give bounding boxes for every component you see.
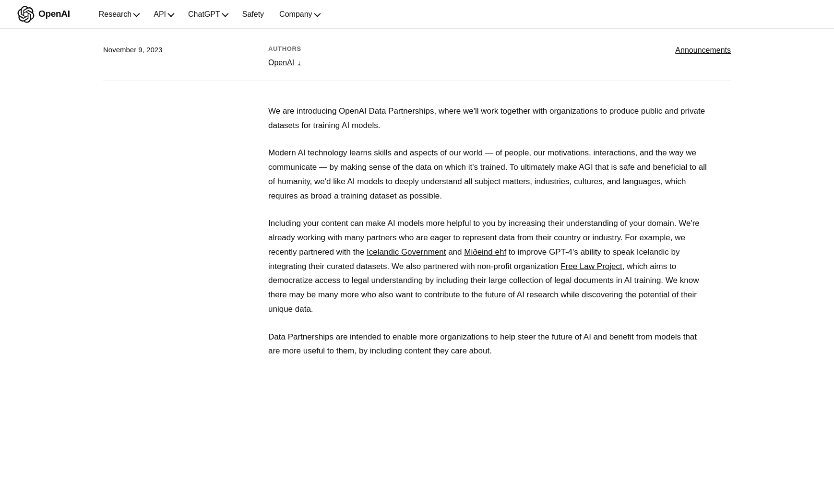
openai-logo-icon [17,6,35,23]
site-header: OpenAI Research API ChatGPT Safety Compa… [0,0,834,29]
api-chevron-icon [167,10,174,17]
authors-label: Authors [268,44,664,54]
nav-item-api[interactable]: API [148,4,179,24]
paragraph-4: Data Partnerships are intended to enable… [268,330,710,359]
author-name: OpenAI [268,57,294,69]
author-arrow-icon: ↓ [297,57,301,69]
nav-item-research[interactable]: Research [93,4,144,24]
paragraph-3: Including your content can make AI model… [268,216,710,316]
openai-wordmark: OpenAI [38,7,70,21]
main-nav: Research API ChatGPT Safety Company [93,4,325,24]
free-law-project-link[interactable]: Free Law Project [560,262,622,271]
page-wrapper: November 9, 2023 Authors OpenAI ↓ Announ… [86,29,748,397]
company-chevron-icon [314,10,321,17]
author-link[interactable]: OpenAI ↓ [268,57,301,69]
category-col: Announcements [675,44,731,69]
authors-col: Authors OpenAI ↓ [268,44,664,69]
mideind-link[interactable]: Miðeind ehf [464,247,506,257]
nav-item-safety[interactable]: Safety [237,4,270,24]
nav-item-chatgpt[interactable]: ChatGPT [182,4,233,24]
article-meta: November 9, 2023 Authors OpenAI ↓ Announ… [103,29,731,81]
category-link[interactable]: Announcements [675,46,731,54]
icelandic-government-link[interactable]: Icelandic Government [367,247,446,257]
research-chevron-icon [133,10,140,17]
article-body: We are introducing OpenAI Data Partnersh… [268,104,710,397]
article-sidebar [103,104,257,397]
logo[interactable]: OpenAI [17,6,70,23]
paragraph-2: Modern AI technology learns skills and a… [268,146,710,203]
chatgpt-chevron-icon [222,10,228,17]
paragraph-1: We are introducing OpenAI Data Partnersh… [268,104,710,133]
article-date: November 9, 2023 [103,44,257,69]
nav-item-company[interactable]: Company [274,4,324,24]
article-layout: We are introducing OpenAI Data Partnersh… [103,81,731,397]
